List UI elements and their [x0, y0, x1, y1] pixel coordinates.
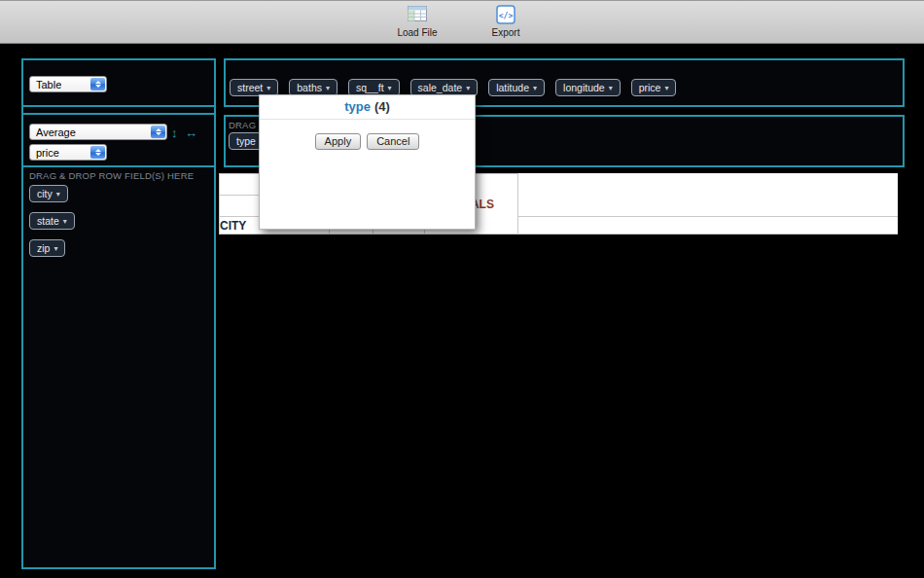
select-arrows-icon [90, 78, 105, 90]
dropdown-caret-icon: ▾ [664, 84, 668, 92]
field-label: sale_date [418, 82, 463, 93]
filter-field-count: (4) [374, 99, 390, 114]
dropdown-caret-icon: ▾ [56, 190, 60, 199]
load-file-button[interactable]: Load File [388, 5, 446, 38]
field-label: sq__ft [356, 82, 384, 93]
dropdown-caret-icon: ▾ [533, 84, 537, 92]
select-arrows-icon [151, 126, 165, 138]
select-arrows-icon [90, 146, 105, 159]
cancel-button[interactable]: Cancel [367, 133, 419, 150]
field-pill-latitude[interactable]: latitude▾ [488, 79, 545, 96]
swap-vertical-icon[interactable]: ↕ [171, 126, 178, 140]
export-label: Export [482, 27, 529, 38]
filter-field-name: type [344, 99, 371, 114]
svg-text:</>: </> [499, 12, 514, 20]
dropdown-caret-icon: ▾ [326, 84, 330, 92]
field-label: type [236, 135, 256, 147]
field-label: baths [297, 82, 322, 93]
renderer-select-value: Table [36, 79, 61, 90]
load-file-icon [388, 5, 446, 26]
export-button[interactable]: </> Export [482, 5, 529, 38]
row-drop-hint: DRAG & DROP ROW FIELD(S) HERE [29, 170, 194, 181]
aggregator-select[interactable]: Average [29, 124, 167, 140]
aggregator-field-value: price [36, 147, 59, 159]
apply-button[interactable]: Apply [315, 133, 362, 150]
row-field-pill-state[interactable]: state▾ [29, 212, 75, 230]
aggregator-field-select[interactable]: price [29, 144, 107, 161]
toolbar: Load File </> Export [0, 0, 924, 44]
blank-header [518, 217, 898, 235]
field-label: latitude [496, 82, 529, 93]
field-pill-price[interactable]: price▾ [631, 79, 677, 96]
dropdown-caret-icon: ▾ [53, 244, 57, 253]
dropdown-caret-icon: ▾ [388, 84, 392, 92]
field-label: price [639, 82, 661, 93]
dropdown-caret-icon: ▾ [466, 84, 470, 92]
field-label: state [37, 215, 59, 227]
dropdown-caret-icon: ▾ [609, 84, 613, 92]
load-file-label: Load File [388, 27, 446, 38]
dropdown-caret-icon: ▾ [267, 84, 270, 92]
filter-options-list [260, 120, 475, 126]
pivot-table-container[interactable]: TOTALS CITY STATE ZIP [219, 173, 898, 552]
swap-horizontal-icon[interactable]: ↔ [185, 126, 197, 140]
row-field-pill-zip[interactable]: zip▾ [29, 239, 65, 257]
field-label: longitude [563, 82, 605, 93]
filter-popup-title: type(4) [260, 95, 475, 120]
row-fields-area: city▾state▾zip▾ [29, 185, 75, 257]
export-icon: </> [482, 5, 529, 26]
type-filter-popup: type(4) Apply Cancel [259, 94, 476, 230]
field-label: city [37, 188, 53, 199]
field-label: street [237, 82, 263, 93]
renderer-select[interactable]: Table [29, 76, 107, 92]
row-field-pill-city[interactable]: city▾ [29, 185, 68, 202]
field-label: zip [37, 242, 50, 254]
aggregator-select-value: Average [36, 126, 76, 138]
dropdown-caret-icon: ▾ [63, 217, 67, 226]
field-pill-longitude[interactable]: longitude▾ [555, 79, 621, 96]
filter-popup-buttons: Apply Cancel [260, 133, 475, 150]
